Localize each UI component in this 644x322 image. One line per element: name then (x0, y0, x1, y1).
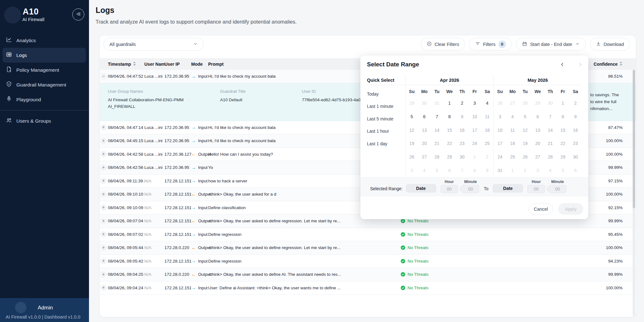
expand-row-button[interactable]: + (100, 138, 107, 144)
sidebar-collapse-button[interactable] (72, 8, 84, 20)
calendar-day[interactable]: 1 (443, 97, 456, 110)
toolbar-right-group: Clear Filters Filters 0 Start date - End… (421, 38, 630, 51)
occluded-response-line: to savings. The (590, 92, 619, 98)
quick-select-last-1-minute[interactable]: Last 1 minute (367, 100, 405, 113)
column-header-timestamp[interactable]: Timestamp (108, 62, 144, 67)
expand-row-button[interactable]: + (100, 271, 107, 278)
date-range-button[interactable]: Start date - End date (516, 38, 586, 51)
clear-filters-button[interactable]: Clear Filters (421, 38, 465, 51)
calendar-may-2026: May 2026SuMoTuWeThFrSa262728293012345678… (494, 75, 582, 177)
calendar-day[interactable]: 5 (406, 110, 418, 124)
table-row[interactable]: +08/04/26, 09:04:24 AMN/A172.28.12.151→I… (100, 281, 636, 295)
input-arrow-icon: → (191, 165, 196, 170)
expand-row-button[interactable]: + (100, 285, 107, 291)
collapse-row-button[interactable]: − (100, 73, 107, 80)
next-month-icon[interactable] (578, 62, 583, 69)
expand-row-button[interactable]: + (100, 231, 107, 237)
expand-row-button[interactable]: + (100, 204, 107, 211)
sort-icon[interactable] (133, 62, 136, 67)
occluded-response-line: nfirmation... (590, 105, 619, 112)
calendar-nav (559, 62, 583, 69)
end-date-field[interactable]: Date (493, 184, 523, 192)
calendar-day: 29 (406, 97, 418, 110)
guardrail-filter-select[interactable]: All guardrails (103, 38, 204, 51)
sidebar-item-playground[interactable]: Playground (0, 92, 89, 107)
expand-row-button[interactable]: + (100, 151, 107, 157)
expander-cell: + (100, 271, 108, 278)
calendar-day[interactable]: 8 (443, 110, 456, 124)
start-minute-field[interactable]: 00 (462, 185, 479, 193)
expand-row-button[interactable]: + (100, 178, 107, 184)
weekday-label: Mo (506, 86, 519, 97)
quick-select-last-5-minute[interactable]: Last 5 minute (367, 113, 405, 125)
user-ip-cell: 172.28.12.151 (164, 259, 191, 264)
quick-select-last-1-hour[interactable]: Last 1 hour (367, 125, 405, 138)
timestamp-cell: 08/04/26, 09:07:04 AM (108, 219, 144, 223)
calendar-day[interactable]: 3 (469, 97, 481, 110)
sidebar-item-policy-management[interactable]: Policy Management (0, 63, 89, 77)
calendar-day: 30 (569, 150, 582, 164)
start-date-field[interactable]: Date (406, 184, 436, 192)
expander-cell: + (100, 178, 108, 184)
end-hour-field[interactable]: 00 (527, 185, 545, 193)
user-avatar[interactable] (15, 302, 26, 313)
expand-row-button[interactable]: + (100, 124, 107, 130)
quick-select-list: TodayLast 1 minuteLast 5 minuteLast 1 ho… (367, 85, 405, 150)
calendar-day: 26 (494, 97, 506, 110)
calendar-day[interactable]: 2 (456, 97, 469, 110)
time-colon: : (547, 186, 548, 191)
table-row[interactable]: +08/04/26, 09:07:02 AMN/A172.28.12.151→I… (100, 228, 636, 242)
scrollbar-thumb[interactable] (633, 70, 635, 208)
table-row[interactable]: +08/04/26, 09:04:25 AMN/A172.28.0.220←Ou… (100, 268, 636, 281)
calendar-day: 30 (456, 150, 469, 164)
download-button[interactable]: Download (590, 38, 630, 51)
calendar-day: 6 (531, 110, 544, 124)
hour-label: Hour (532, 180, 541, 185)
weekday-label: Tu (519, 86, 531, 97)
calendar-day: 2 (519, 164, 531, 177)
calendar-day[interactable]: 7 (431, 110, 443, 124)
calendar-day[interactable]: 4 (481, 97, 494, 110)
timestamp-cell: 08/04/26, 04:42:58 PM (108, 152, 144, 157)
vertical-scrollbar[interactable] (633, 70, 635, 316)
apply-button[interactable]: Apply (558, 203, 583, 215)
quick-select-today[interactable]: Today (367, 88, 405, 100)
expand-row-button[interactable]: + (100, 218, 107, 224)
calendar-day[interactable]: 6 (418, 110, 431, 124)
sidebar-item-users-groups[interactable]: Users & Groups (0, 114, 89, 128)
column-header-mode: Mode (191, 62, 208, 67)
sidebar-item-guardrail-management[interactable]: Guardrail Management (0, 77, 89, 92)
cancel-button[interactable]: Cancel (529, 203, 553, 215)
calendar-day: 20 (531, 137, 544, 150)
table-row[interactable]: +08/04/26, 09:05:44 AMN/A172.28.0.220←Ou… (100, 241, 636, 255)
expand-row-button[interactable]: + (100, 164, 107, 171)
weekday-label: We (531, 86, 544, 97)
end-minute-field[interactable]: 00 (549, 185, 566, 193)
expand-row-button[interactable]: + (100, 245, 107, 251)
brand-title: A10 (23, 7, 39, 17)
sidebar-item-logs[interactable]: Logs (3, 48, 86, 63)
expand-row-button[interactable]: + (100, 258, 107, 264)
mode-cell: →Input (191, 258, 208, 264)
calendar-day: 7 (456, 164, 469, 177)
expand-row-button[interactable]: + (100, 191, 107, 197)
table-row[interactable]: +08/04/26, 09:05:42 AMN/A172.28.12.151→I… (100, 255, 636, 268)
prev-month-icon[interactable] (559, 62, 565, 69)
mode-label: Input (198, 259, 208, 264)
user-name-cell: N/A (144, 245, 164, 250)
quick-select-last-1-day[interactable]: Last 1 day (367, 137, 405, 150)
timestamp-cell: 08/04/26, 09:10:10 AM (108, 192, 144, 197)
calendar-day: 23 (456, 137, 469, 150)
page-title: Logs (96, 6, 114, 15)
mode-label: Input (198, 165, 208, 170)
filters-button[interactable]: Filters 0 (469, 38, 512, 51)
sidebar-item-analytics[interactable]: Analytics (0, 33, 89, 48)
start-hour-group: Hour 00 (441, 180, 458, 193)
sort-icon[interactable] (619, 62, 623, 67)
start-hour-field[interactable]: 00 (441, 185, 458, 193)
user-ip-cell: 172.28.12.151 (164, 205, 191, 210)
prompt-cell: <think> Okay, the user asked to define r… (208, 245, 400, 250)
expander-cell: + (100, 231, 108, 237)
sidebar-footer: Admin AI Firewall v1.0.0 | Dashboard v1.… (0, 298, 89, 322)
timestamp-cell: 08/04/26, 09:04:25 AM (108, 272, 144, 277)
